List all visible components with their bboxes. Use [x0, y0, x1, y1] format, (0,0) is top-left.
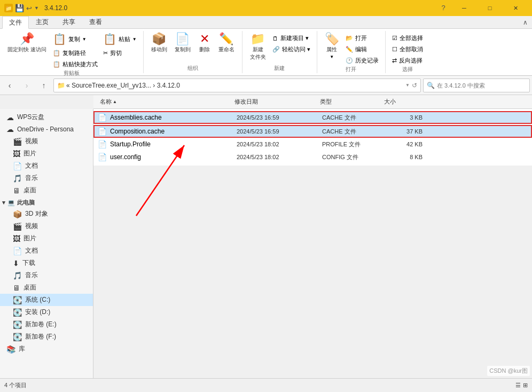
deselect-all-button[interactable]: ☐ 全部取消: [390, 44, 425, 54]
file-type-userconfig: CONFIG 文件: [322, 153, 386, 161]
watermark: CSDN @kur图: [487, 366, 530, 376]
copy-button[interactable]: 📋 复制 ▼: [51, 31, 100, 47]
onedrive-icon: ☁: [6, 125, 14, 134]
ribbon-collapse-button[interactable]: ∧: [519, 17, 532, 28]
grid-view-icon[interactable]: ⊞: [523, 382, 528, 389]
list-view-icon[interactable]: ☰: [515, 382, 521, 389]
maximize-button[interactable]: □: [478, 0, 502, 16]
file-type-assemblies: CACHE 文件: [322, 114, 386, 122]
col-spacer: [93, 95, 98, 108]
edit-button[interactable]: ✏️ 编辑: [343, 44, 381, 54]
tab-home[interactable]: 主页: [29, 15, 56, 28]
file-size-startup: 42 KB: [386, 141, 429, 147]
sidebar-item-downloads[interactable]: ⬇ 下载: [0, 257, 93, 269]
copy-to-button[interactable]: 📄 复制到: [171, 31, 194, 56]
sidebar-group-thispc[interactable]: ▾ 💻 此电脑: [0, 197, 93, 208]
file-name-text-userconfig: user.config: [110, 153, 141, 161]
undo-icon[interactable]: ↩: [26, 4, 32, 12]
minimize-button[interactable]: ─: [452, 0, 476, 16]
tab-file[interactable]: 文件: [2, 16, 29, 29]
3d-icon: 📦: [13, 210, 22, 218]
delete-button[interactable]: ✕ 删除: [195, 31, 214, 56]
tab-view[interactable]: 查看: [82, 15, 109, 28]
download-icon: ⬇: [13, 259, 19, 268]
col-header-name[interactable]: 名称 ▲: [98, 95, 232, 108]
properties-dropdown[interactable]: ▼: [330, 54, 334, 59]
sidebar-item-music1[interactable]: 🎵 音乐: [0, 172, 93, 184]
path-dropdown-icon[interactable]: ▼: [405, 83, 410, 88]
rename-button[interactable]: ✏️ 重命名: [215, 31, 238, 56]
deselect-all-label: 全部取消: [400, 45, 423, 53]
sidebar-item-vol-f[interactable]: 💽 新加卷 (F:): [0, 331, 93, 343]
sidebar-item-music2[interactable]: 🎵 音乐: [0, 269, 93, 281]
paste-label: 粘贴: [119, 35, 130, 43]
pin-to-quick-access-button[interactable]: 📌 固定到快 速访问: [4, 31, 50, 56]
sidebar-item-install-d[interactable]: 💽 安装 (D:): [0, 306, 93, 318]
clipboard-group-label: 剪贴板: [64, 69, 80, 78]
cut-button[interactable]: ✂ 剪切: [101, 48, 139, 58]
select-all-button[interactable]: ☑ 全部选择: [390, 33, 425, 43]
history-button[interactable]: 🕐 历史记录: [343, 56, 381, 66]
sidebar-item-videos1[interactable]: 🎬 视频: [0, 135, 93, 147]
easy-access-button[interactable]: 🔗 轻松访问 ▾: [270, 44, 312, 54]
sidebar-item-desktop2[interactable]: 🖥 桌面: [0, 281, 93, 294]
file-size-composition: 37 KB: [386, 128, 429, 135]
address-path[interactable]: 📁 « SourceTree.exe_Url_yv13... › 3.4.12.…: [53, 79, 421, 92]
forward-button[interactable]: ›: [19, 78, 34, 93]
sidebar-item-3d[interactable]: 📦 3D 对象: [0, 208, 93, 220]
col-header-type[interactable]: 类型: [318, 95, 382, 108]
path-icon: 📁: [57, 82, 65, 89]
invert-selection-button[interactable]: ⇄ 反向选择: [390, 56, 425, 66]
file-icon-startup: 📄: [98, 140, 107, 148]
sidebar-item-desktop1[interactable]: 🖥 桌面: [0, 184, 93, 197]
paste-shortcut-button[interactable]: 📋 粘贴快捷方式: [51, 59, 100, 69]
new-group-label: 新建: [274, 65, 285, 73]
installd-icon: 💽: [13, 308, 22, 317]
new-item-button[interactable]: 🗒 新建项目 ▾: [270, 33, 312, 43]
docs1-label: 文档: [25, 161, 38, 170]
col-header-size[interactable]: 大小: [382, 95, 425, 108]
open-icon: 📂: [346, 35, 353, 42]
open-button[interactable]: 📂 打开: [343, 33, 381, 43]
help-icon[interactable]: ?: [436, 0, 451, 15]
new-folder-button[interactable]: 📁 新建文件夹: [247, 31, 269, 63]
sidebar-item-wps[interactable]: ☁ WPS云盘: [0, 111, 93, 123]
copy-path-button[interactable]: 📋 复制路径: [51, 48, 100, 58]
properties-button[interactable]: 🏷️ 属性 ▼: [322, 31, 342, 61]
file-row-assemblies[interactable]: 📄 Assemblies.cache 2024/5/23 16:59 CACHE…: [93, 111, 532, 124]
dropdown-icon[interactable]: ▼: [34, 5, 39, 11]
move-to-button[interactable]: 📦 移动到: [148, 31, 170, 56]
properties-icon: 🏷️: [325, 33, 339, 45]
search-box[interactable]: 🔍: [423, 79, 530, 92]
file-row-userconfig[interactable]: 📄 user.config 2024/5/23 18:02 CONFIG 文件 …: [93, 151, 532, 163]
sidebar-item-system-c[interactable]: 💽 系统 (C:): [0, 294, 93, 306]
search-icon: 🔍: [427, 82, 435, 89]
sidebar-item-vol-e[interactable]: 💽 新加卷 (E:): [0, 318, 93, 331]
save-icon[interactable]: 💾: [15, 4, 24, 12]
sidebar-item-images2[interactable]: 🖼 图片: [0, 232, 93, 245]
history-label: 历史记录: [355, 57, 379, 65]
file-row-composition[interactable]: 📄 Composition.cache 2024/5/23 16:59 CACH…: [93, 125, 532, 138]
delete-icon: ✕: [200, 33, 209, 45]
sidebar-item-images1[interactable]: 🖼 图片: [0, 147, 93, 160]
search-input[interactable]: [437, 82, 526, 89]
back-button[interactable]: ‹: [2, 78, 17, 93]
images2-label: 图片: [24, 234, 36, 243]
col-header-date[interactable]: 修改日期: [232, 95, 318, 108]
sidebar-item-docs2[interactable]: 📄 文档: [0, 245, 93, 257]
up-button[interactable]: ↑: [36, 78, 51, 93]
paste-button[interactable]: 📋 粘贴 ▼: [101, 31, 139, 47]
sidebar-item-library[interactable]: 📚 库: [0, 343, 93, 355]
tab-share[interactable]: 共享: [56, 15, 82, 28]
new-item-label: 新建项目 ▾: [280, 34, 309, 42]
sidebar-item-onedrive[interactable]: ☁ OneDrive - Persona: [0, 123, 93, 135]
sidebar: ☁ WPS云盘 ☁ OneDrive - Persona 🎬 视频 🖼 图片 📄…: [0, 109, 93, 378]
doc-icon1: 📄: [13, 162, 22, 170]
file-row-startup[interactable]: 📄 Startup.Profile 2024/5/23 18:02 PROFIL…: [93, 138, 532, 151]
sidebar-item-videos2[interactable]: 🎬 视频: [0, 220, 93, 232]
sidebar-item-docs1[interactable]: 📄 文档: [0, 160, 93, 172]
copy-dropdown[interactable]: ▼: [82, 37, 87, 42]
paste-dropdown[interactable]: ▼: [132, 37, 137, 42]
close-button[interactable]: ✕: [503, 0, 528, 16]
refresh-path-icon[interactable]: ↺: [412, 82, 417, 89]
